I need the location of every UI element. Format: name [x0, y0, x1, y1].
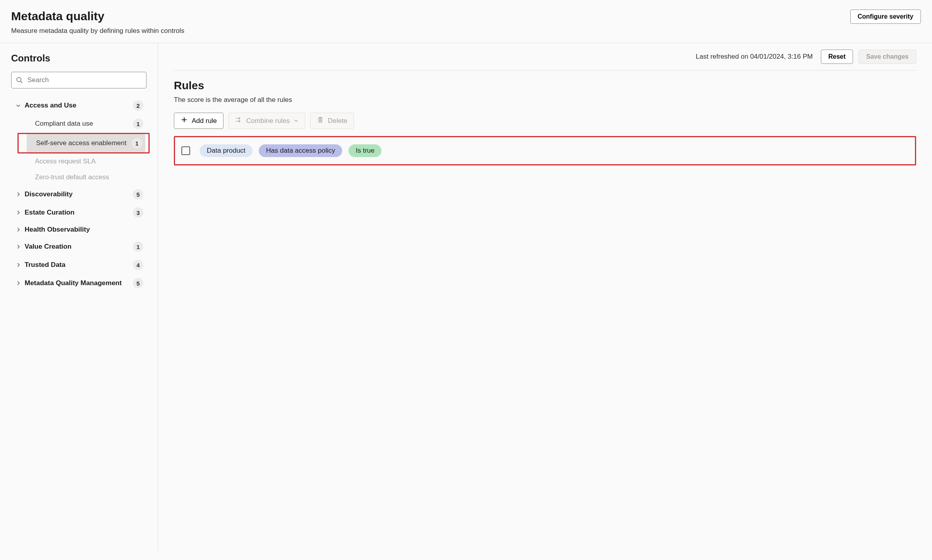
reset-button[interactable]: Reset [821, 50, 853, 64]
add-rule-button[interactable]: Add rule [174, 113, 223, 129]
delete-label: Delete [328, 117, 347, 125]
tree-item-zero-trust[interactable]: Zero-trust default access [25, 169, 146, 185]
rule-checkbox[interactable] [181, 146, 190, 155]
chevron-right-icon [14, 280, 22, 286]
tree-group-label: Discoverability [22, 190, 133, 198]
svg-point-0 [17, 77, 21, 82]
top-actions: Last refreshed on 04/01/2024, 3:16 PM Re… [174, 50, 916, 71]
combine-rules-label: Combine rules [246, 117, 290, 125]
configure-severity-button[interactable]: Configure severity [850, 10, 921, 24]
count-badge: 2 [133, 100, 143, 111]
count-badge: 5 [133, 189, 143, 199]
tree-item-compliant-data-use[interactable]: Compliant data use 1 [25, 115, 146, 133]
add-rule-label: Add rule [192, 117, 217, 125]
highlight-selected-control: Self-serve access enablement 1 [17, 133, 150, 153]
plus-icon [181, 116, 188, 125]
rules-title: Rules [174, 79, 916, 92]
sidebar-title: Controls [11, 53, 146, 64]
count-badge: 4 [133, 260, 143, 270]
chevron-down-icon [294, 117, 298, 125]
main-panel: Last refreshed on 04/01/2024, 3:16 PM Re… [158, 43, 932, 552]
last-refreshed-text: Last refreshed on 04/01/2024, 3:16 PM [696, 53, 813, 61]
rules-divider [174, 165, 916, 166]
tree-item-label: Access request SLA [35, 157, 143, 165]
tree-group-value-creation[interactable]: Value Creation 1 [11, 238, 146, 256]
controls-sidebar: Controls Access and Use 2 Compliant [0, 43, 158, 552]
tree-item-self-serve-access[interactable]: Self-serve access enablement 1 [27, 134, 145, 152]
chevron-right-icon [14, 210, 22, 215]
trash-icon [317, 116, 324, 125]
count-badge: 1 [133, 119, 143, 129]
search-input[interactable] [11, 72, 146, 88]
combine-icon [235, 116, 242, 125]
count-badge: 5 [133, 278, 143, 288]
rules-toolbar: Add rule Combine rules Delete [174, 113, 916, 129]
tree-item-label: Zero-trust default access [35, 173, 143, 181]
count-badge: 1 [133, 242, 143, 252]
chevron-right-icon [14, 262, 22, 268]
tree-group-label: Access and Use [22, 102, 133, 109]
tree-group-label: Trusted Data [22, 261, 133, 269]
tree-item-access-request-sla[interactable]: Access request SLA [25, 153, 146, 169]
rule-row-highlighted: Data product Has data access policy Is t… [174, 136, 916, 165]
chevron-right-icon [14, 192, 22, 197]
chevron-right-icon [14, 227, 22, 232]
tree-group-label: Estate Curation [22, 209, 133, 217]
rules-description: The score is the average of all the rule… [174, 96, 916, 104]
chevron-right-icon [14, 244, 22, 249]
tree-group-label: Metadata Quality Management [22, 279, 133, 287]
tree-group-access-and-use[interactable]: Access and Use 2 [11, 96, 146, 115]
rule-pill-value[interactable]: Is true [349, 144, 381, 157]
save-changes-button[interactable]: Save changes [859, 50, 916, 64]
tree-item-label: Compliant data use [35, 120, 133, 128]
svg-line-1 [21, 81, 23, 83]
tree-group-estate-curation[interactable]: Estate Curation 3 [11, 203, 146, 222]
search-icon [16, 77, 23, 84]
page-header: Metadata quality Measure metadata qualit… [0, 0, 932, 43]
rule-pill-subject[interactable]: Data product [200, 144, 252, 157]
delete-button[interactable]: Delete [310, 113, 354, 129]
tree-item-label: Self-serve access enablement [36, 139, 132, 147]
count-badge: 3 [133, 207, 143, 218]
chevron-down-icon [14, 103, 22, 108]
tree-group-trusted-data[interactable]: Trusted Data 4 [11, 256, 146, 274]
rule-pill-predicate[interactable]: Has data access policy [259, 144, 342, 157]
page-subtitle: Measure metadata quality by defining rul… [11, 27, 850, 35]
tree-group-label: Value Creation [22, 243, 133, 251]
tree-group-metadata-quality-mgmt[interactable]: Metadata Quality Management 5 [11, 274, 146, 292]
tree-group-health-observability[interactable]: Health Observability [11, 222, 146, 238]
tree-group-label: Health Observability [22, 226, 143, 234]
controls-tree: Access and Use 2 Compliant data use 1 Se… [11, 96, 146, 292]
combine-rules-button[interactable]: Combine rules [228, 113, 305, 129]
count-badge: 1 [132, 138, 142, 148]
page-title: Metadata quality [11, 10, 850, 23]
tree-group-discoverability[interactable]: Discoverability 5 [11, 185, 146, 203]
